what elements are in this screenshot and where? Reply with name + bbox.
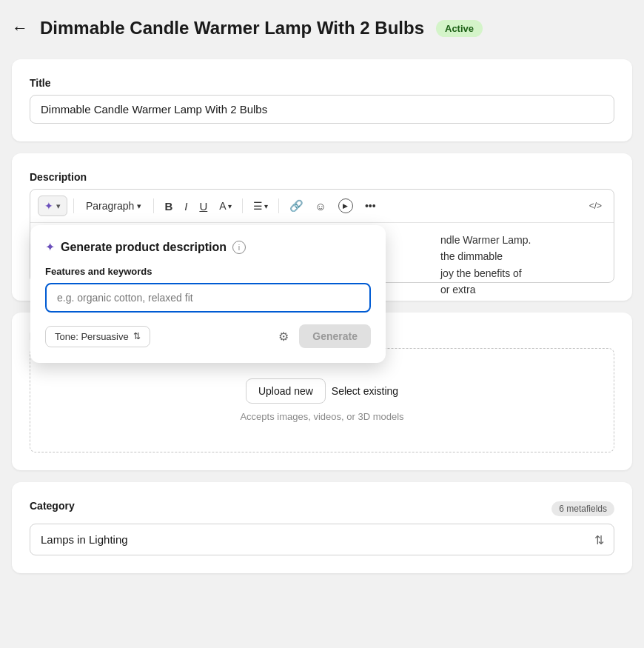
info-icon[interactable]: i: [232, 241, 246, 254]
bold-button[interactable]: B: [160, 197, 177, 216]
emoji-icon: ☺: [315, 200, 326, 213]
ai-popup-title: Generate product description: [61, 241, 227, 254]
generate-button[interactable]: Generate: [299, 324, 371, 348]
toolbar-divider-2: [153, 198, 154, 213]
alignment-icon: ☰: [253, 200, 263, 212]
toolbar-divider-1: [73, 198, 74, 213]
keywords-label: Features and keywords: [45, 266, 371, 277]
link-icon: 🔗: [289, 199, 303, 213]
metafields-badge: 6 metafields: [551, 501, 614, 516]
page-wrapper: ← Dimmable Candle Warmer Lamp With 2 Bul…: [0, 0, 644, 648]
more-button[interactable]: •••: [360, 197, 380, 215]
description-card: Description ✦ ▾ Paragraph ▾ B: [12, 153, 632, 301]
sparkle-icon: ✦: [44, 200, 53, 212]
toolbar-divider-3: [242, 198, 243, 213]
media-button[interactable]: ▶: [334, 196, 358, 216]
ai-button-chevron: ▾: [56, 201, 61, 211]
back-button[interactable]: ←: [12, 19, 28, 38]
bold-icon: B: [164, 200, 172, 213]
category-select[interactable]: Lamps in Lighting: [30, 524, 614, 555]
emoji-button[interactable]: ☺: [311, 197, 331, 216]
keywords-input[interactable]: [45, 283, 371, 313]
text-color-chevron: ▾: [228, 202, 232, 210]
category-card: Category 6 metafields Lamps in Lighting …: [12, 482, 632, 573]
select-existing-button[interactable]: Select existing: [332, 385, 398, 397]
title-input[interactable]: [30, 95, 614, 124]
code-button[interactable]: </>: [585, 198, 606, 214]
status-badge: Active: [436, 20, 483, 37]
ai-popup: ✦ Generate product description i Feature…: [30, 225, 386, 363]
media-upload-area: Upload new Select existing Accepts image…: [30, 348, 614, 452]
toolbar-divider-4: [278, 198, 279, 213]
footer-right: ⚙ Generate: [275, 324, 371, 348]
underline-icon: U: [199, 200, 207, 213]
ai-popup-header: ✦ Generate product description i: [45, 240, 371, 254]
underline-button[interactable]: U: [195, 197, 212, 216]
text-color-button[interactable]: A ▾: [215, 197, 235, 215]
alignment-chevron: ▾: [264, 202, 268, 210]
code-icon: </>: [589, 201, 602, 211]
tone-label: Tone: Persuasive: [55, 331, 129, 342]
tone-button[interactable]: Tone: Persuasive ⇅: [45, 326, 150, 347]
editor-right-text: ndle Warmer Lamp.the dimmablejoy the ben…: [440, 232, 603, 298]
ai-popup-footer: Tone: Persuasive ⇅ ⚙ Generate: [45, 324, 371, 348]
settings-icon: ⚙: [278, 330, 289, 343]
paragraph-chevron-icon: ▾: [137, 201, 141, 211]
editor-wrapper: ✦ ▾ Paragraph ▾ B I U: [30, 189, 614, 283]
ai-popup-sparkle-icon: ✦: [45, 240, 55, 254]
category-header: Category 6 metafields: [30, 500, 614, 518]
paragraph-label: Paragraph: [86, 200, 134, 212]
title-label: Title: [30, 77, 614, 89]
description-label: Description: [30, 171, 614, 183]
ai-generate-button[interactable]: ✦ ▾: [38, 196, 67, 216]
link-button[interactable]: 🔗: [285, 196, 308, 216]
editor-toolbar: ✦ ▾ Paragraph ▾ B I U: [30, 190, 614, 223]
more-icon: •••: [365, 200, 376, 212]
media-buttons: Upload new Select existing: [246, 378, 398, 404]
upload-new-button[interactable]: Upload new: [246, 378, 326, 404]
settings-button[interactable]: ⚙: [275, 326, 292, 347]
text-color-icon: A: [219, 200, 226, 212]
category-select-wrapper: Lamps in Lighting ⇅: [30, 524, 614, 555]
page-header: ← Dimmable Candle Warmer Lamp With 2 Bul…: [12, 12, 632, 44]
title-card: Title: [12, 59, 632, 141]
media-icon: ▶: [338, 198, 353, 213]
page-title: Dimmable Candle Warmer Lamp With 2 Bulbs: [40, 18, 424, 39]
tone-chevron-icon: ⇅: [133, 331, 141, 341]
alignment-button[interactable]: ☰ ▾: [249, 197, 272, 215]
category-label: Category: [30, 500, 75, 512]
italic-button[interactable]: I: [180, 197, 192, 216]
media-hint: Accepts images, videos, or 3D models: [240, 411, 403, 422]
italic-icon: I: [184, 200, 187, 213]
paragraph-select-button[interactable]: Paragraph ▾: [80, 197, 147, 215]
